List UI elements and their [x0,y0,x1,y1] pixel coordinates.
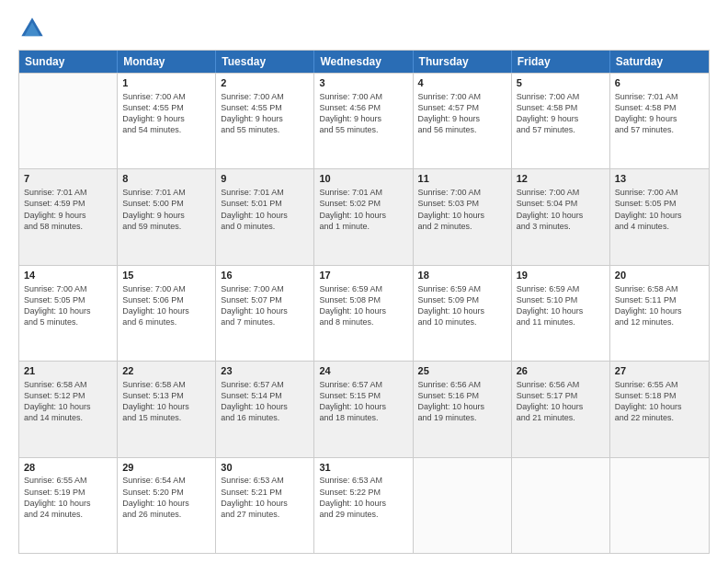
calendar-cell: 23Sunrise: 6:57 AMSunset: 5:14 PMDayligh… [216,362,314,456]
day-info: Sunrise: 6:53 AMSunset: 5:21 PMDaylight:… [221,475,309,520]
calendar-cell: 20Sunrise: 6:58 AMSunset: 5:11 PMDayligh… [610,266,709,361]
day-number: 28 [24,461,112,475]
day-number: 21 [24,364,112,378]
calendar-cell [414,458,512,553]
day-number: 19 [517,269,605,282]
day-info: Sunrise: 6:58 AMSunset: 5:11 PMDaylight:… [615,283,704,328]
day-number: 1 [122,76,210,90]
header-cell-sunday: Sunday [19,51,118,73]
day-number: 23 [221,364,309,378]
calendar-cell: 18Sunrise: 6:59 AMSunset: 5:09 PMDayligh… [414,266,512,361]
header-cell-monday: Monday [118,51,216,73]
calendar-cell: 21Sunrise: 6:58 AMSunset: 5:12 PMDayligh… [19,362,118,456]
header-cell-tuesday: Tuesday [216,51,314,73]
day-number: 5 [517,76,605,90]
day-info: Sunrise: 7:00 AMSunset: 5:06 PMDaylight:… [122,283,210,328]
calendar-cell: 6Sunrise: 7:01 AMSunset: 4:58 PMDaylight… [610,74,709,168]
day-number: 13 [615,172,704,186]
calendar-row: 21Sunrise: 6:58 AMSunset: 5:12 PMDayligh… [19,361,709,456]
day-number: 3 [319,76,407,90]
calendar-cell: 10Sunrise: 7:01 AMSunset: 5:02 PMDayligh… [314,169,413,264]
day-info: Sunrise: 7:01 AMSunset: 4:58 PMDaylight:… [615,91,704,136]
header [18,15,710,42]
calendar-cell [512,458,610,553]
calendar-cell: 30Sunrise: 6:53 AMSunset: 5:21 PMDayligh… [216,458,314,553]
day-number: 31 [319,461,407,475]
day-info: Sunrise: 7:00 AMSunset: 4:56 PMDaylight:… [319,91,407,136]
day-info: Sunrise: 7:01 AMSunset: 5:02 PMDaylight:… [319,187,407,232]
day-info: Sunrise: 6:59 AMSunset: 5:10 PMDaylight:… [517,283,605,328]
day-number: 25 [418,364,506,378]
day-info: Sunrise: 7:00 AMSunset: 4:58 PMDaylight:… [517,91,605,136]
day-number: 22 [122,364,210,378]
calendar: SundayMondayTuesdayWednesdayThursdayFrid… [18,50,710,554]
header-cell-wednesday: Wednesday [314,51,413,73]
day-info: Sunrise: 7:01 AMSunset: 5:01 PMDaylight:… [221,187,309,232]
calendar-header: SundayMondayTuesdayWednesdayThursdayFrid… [19,51,709,73]
day-info: Sunrise: 6:59 AMSunset: 5:09 PMDaylight:… [418,283,506,328]
day-number: 15 [122,269,210,282]
day-number: 30 [221,461,309,475]
day-info: Sunrise: 6:57 AMSunset: 5:15 PMDaylight:… [319,379,407,424]
calendar-cell: 27Sunrise: 6:55 AMSunset: 5:18 PMDayligh… [610,362,709,456]
calendar-cell: 24Sunrise: 6:57 AMSunset: 5:15 PMDayligh… [314,362,413,456]
calendar-row: 1Sunrise: 7:00 AMSunset: 4:55 PMDaylight… [19,73,709,168]
header-cell-friday: Friday [512,51,610,73]
calendar-row: 28Sunrise: 6:55 AMSunset: 5:19 PMDayligh… [19,457,709,553]
day-number: 6 [615,76,704,90]
calendar-cell: 3Sunrise: 7:00 AMSunset: 4:56 PMDaylight… [314,74,413,168]
calendar-row: 7Sunrise: 7:01 AMSunset: 4:59 PMDaylight… [19,168,709,264]
day-info: Sunrise: 6:58 AMSunset: 5:13 PMDaylight:… [122,379,210,424]
calendar-cell: 9Sunrise: 7:01 AMSunset: 5:01 PMDaylight… [216,169,314,264]
calendar-body: 1Sunrise: 7:00 AMSunset: 4:55 PMDaylight… [19,73,709,553]
day-number: 11 [418,172,506,186]
calendar-row: 14Sunrise: 7:00 AMSunset: 5:05 PMDayligh… [19,265,709,361]
page: SundayMondayTuesdayWednesdayThursdayFrid… [0,0,728,563]
day-number: 14 [24,269,112,282]
day-info: Sunrise: 6:57 AMSunset: 5:14 PMDaylight:… [221,379,309,424]
day-number: 24 [319,364,407,378]
day-info: Sunrise: 6:56 AMSunset: 5:16 PMDaylight:… [418,379,506,424]
calendar-cell [610,458,709,553]
day-number: 16 [221,269,309,282]
logo [18,15,50,42]
calendar-cell [19,74,118,168]
day-number: 20 [615,269,704,282]
day-number: 17 [319,269,407,282]
calendar-cell: 1Sunrise: 7:00 AMSunset: 4:55 PMDaylight… [118,74,216,168]
day-number: 29 [122,461,210,475]
day-info: Sunrise: 6:58 AMSunset: 5:12 PMDaylight:… [24,379,112,424]
day-info: Sunrise: 7:00 AMSunset: 4:55 PMDaylight:… [122,91,210,136]
calendar-cell: 13Sunrise: 7:00 AMSunset: 5:05 PMDayligh… [610,169,709,264]
header-cell-thursday: Thursday [414,51,512,73]
calendar-cell: 29Sunrise: 6:54 AMSunset: 5:20 PMDayligh… [118,458,216,553]
calendar-cell: 5Sunrise: 7:00 AMSunset: 4:58 PMDaylight… [512,74,610,168]
calendar-cell: 31Sunrise: 6:53 AMSunset: 5:22 PMDayligh… [314,458,413,553]
calendar-cell: 7Sunrise: 7:01 AMSunset: 4:59 PMDaylight… [19,169,118,264]
calendar-cell: 25Sunrise: 6:56 AMSunset: 5:16 PMDayligh… [414,362,512,456]
day-info: Sunrise: 6:56 AMSunset: 5:17 PMDaylight:… [517,379,605,424]
day-info: Sunrise: 7:00 AMSunset: 5:05 PMDaylight:… [615,187,704,232]
calendar-cell: 17Sunrise: 6:59 AMSunset: 5:08 PMDayligh… [314,266,413,361]
calendar-cell: 26Sunrise: 6:56 AMSunset: 5:17 PMDayligh… [512,362,610,456]
day-info: Sunrise: 6:53 AMSunset: 5:22 PMDaylight:… [319,475,407,520]
day-info: Sunrise: 7:01 AMSunset: 5:00 PMDaylight:… [122,187,210,232]
day-number: 9 [221,172,309,186]
day-number: 12 [517,172,605,186]
day-number: 18 [418,269,506,282]
calendar-cell: 2Sunrise: 7:00 AMSunset: 4:55 PMDaylight… [216,74,314,168]
calendar-cell: 11Sunrise: 7:00 AMSunset: 5:03 PMDayligh… [414,169,512,264]
calendar-cell: 16Sunrise: 7:00 AMSunset: 5:07 PMDayligh… [216,266,314,361]
day-number: 27 [615,364,704,378]
day-info: Sunrise: 7:00 AMSunset: 4:55 PMDaylight:… [221,91,309,136]
logo-icon [18,15,46,42]
calendar-cell: 15Sunrise: 7:00 AMSunset: 5:06 PMDayligh… [118,266,216,361]
day-info: Sunrise: 6:54 AMSunset: 5:20 PMDaylight:… [122,475,210,520]
day-info: Sunrise: 7:00 AMSunset: 5:05 PMDaylight:… [24,283,112,328]
calendar-cell: 4Sunrise: 7:00 AMSunset: 4:57 PMDaylight… [414,74,512,168]
day-info: Sunrise: 7:01 AMSunset: 4:59 PMDaylight:… [24,187,112,232]
day-info: Sunrise: 7:00 AMSunset: 5:03 PMDaylight:… [418,187,506,232]
calendar-cell: 19Sunrise: 6:59 AMSunset: 5:10 PMDayligh… [512,266,610,361]
day-info: Sunrise: 6:55 AMSunset: 5:18 PMDaylight:… [615,379,704,424]
day-info: Sunrise: 6:59 AMSunset: 5:08 PMDaylight:… [319,283,407,328]
